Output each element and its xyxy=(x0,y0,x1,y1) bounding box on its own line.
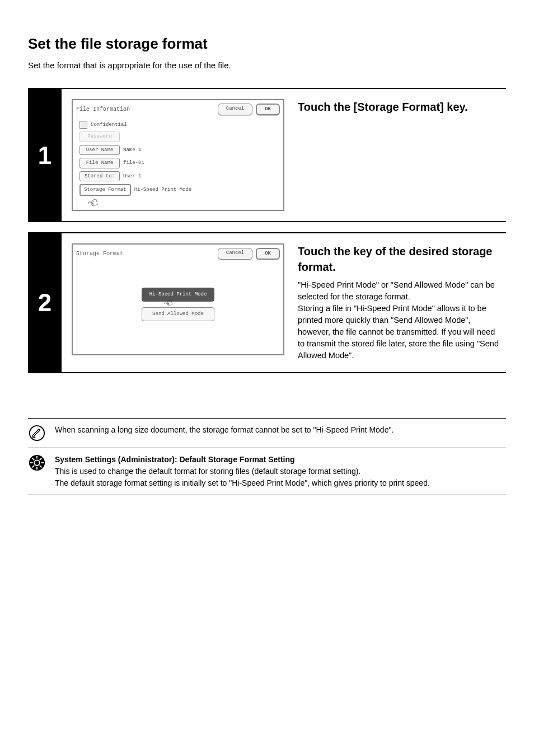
hand-cursor-icon: ☜ xyxy=(86,195,100,213)
intro-text: Set the format that is appropriate for t… xyxy=(28,59,506,71)
note-gear: System Settings (Administrator): Default… xyxy=(28,448,506,495)
send-allowed-label: Send Allowed Mode xyxy=(152,311,204,317)
send-allowed-mode-button[interactable]: Send Allowed Mode ☜ xyxy=(142,307,214,321)
step-2: 2 Storage Format Cancel OK Hi-Speed Prin… xyxy=(28,232,506,373)
step-number: 1 xyxy=(28,89,62,221)
panel-title: File Information xyxy=(76,106,130,114)
storedto-value: User 1 xyxy=(123,173,141,180)
ok-button[interactable]: OK xyxy=(256,104,280,115)
username-value: Name 1 xyxy=(123,147,141,154)
storageformat-value: Hi-Speed Print Mode xyxy=(134,186,192,194)
hispeed-mode-button[interactable]: Hi-Speed Print Mode xyxy=(142,288,214,302)
filename-button[interactable]: File Name xyxy=(79,158,120,168)
notes-section: When scanning a long size document, the … xyxy=(28,418,506,495)
confidential-label: Confidential xyxy=(91,121,127,129)
step2-heading: Touch the key of the desired storage for… xyxy=(298,243,499,275)
step2-body: "Hi-Speed Print Mode" or "Send Allowed M… xyxy=(298,279,499,361)
note-gear-line2: The default storage format setting is in… xyxy=(55,477,506,489)
storage-format-panel: Storage Format Cancel OK Hi-Speed Print … xyxy=(72,243,284,355)
note-gear-line1: This is used to change the default forma… xyxy=(55,466,506,477)
note-gear-title: System Settings (Administrator): Default… xyxy=(55,454,506,466)
cancel-button[interactable]: Cancel xyxy=(218,248,252,260)
filename-value: file-01 xyxy=(123,159,144,167)
ok-button[interactable]: OK xyxy=(256,248,280,260)
storageformat-button[interactable]: Storage Format xyxy=(79,184,131,196)
section-title: Set the file storage format xyxy=(28,34,506,54)
pencil-icon xyxy=(28,424,46,442)
step-number: 2 xyxy=(28,233,62,372)
gear-icon xyxy=(28,454,46,472)
username-button[interactable]: User Name xyxy=(79,145,120,156)
step1-heading: Touch the [Storage Format] key. xyxy=(298,99,499,115)
file-information-panel: File Information Cancel OK Confidential … xyxy=(72,99,284,211)
note-pencil-text: When scanning a long size document, the … xyxy=(55,424,506,436)
storedto-button[interactable]: Stored to: xyxy=(79,171,120,182)
step-1: 1 File Information Cancel OK Confidentia… xyxy=(28,88,506,222)
panel-title: Storage Format xyxy=(76,250,123,258)
note-pencil: When scanning a long size document, the … xyxy=(28,418,506,448)
cancel-button[interactable]: Cancel xyxy=(218,104,252,115)
confidential-checkbox[interactable] xyxy=(79,121,87,129)
password-button: Password xyxy=(79,132,120,142)
